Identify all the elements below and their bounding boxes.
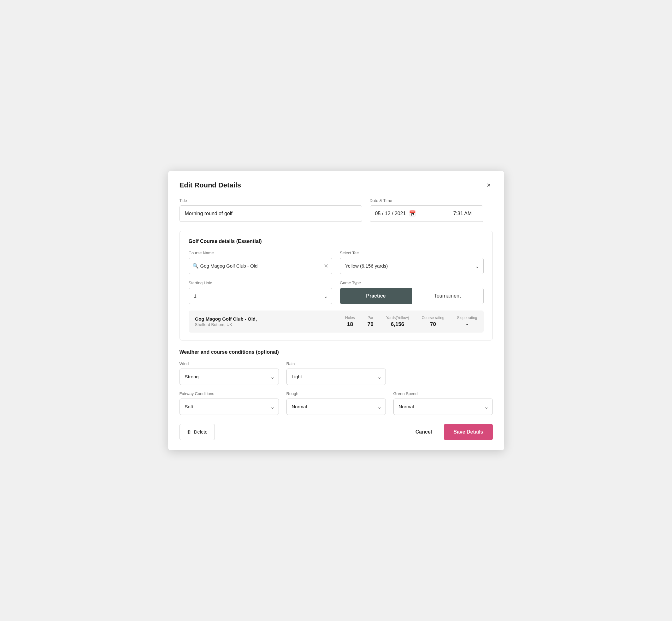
- rough-group: Rough Short Normal Long ⌄: [287, 391, 386, 415]
- course-name-display: Gog Magog Golf Club - Old,: [195, 316, 345, 322]
- wind-dropdown[interactable]: None Light Moderate Strong: [179, 369, 279, 385]
- select-tee-dropdown[interactable]: Yellow (6,156 yards) White (6,400 yards)…: [340, 258, 484, 274]
- starting-hole-wrap: 1 10 ⌄: [189, 288, 333, 304]
- course-name-tee-row: Course Name 🔍 ✕ Select Tee Yellow (6,156…: [189, 251, 484, 274]
- course-location: Shelford Bottom, UK: [195, 322, 345, 327]
- footer-right: Cancel Save Details: [410, 424, 493, 440]
- select-tee-group: Select Tee Yellow (6,156 yards) White (6…: [340, 251, 484, 274]
- fairway-dropdown[interactable]: Dry Normal Soft Wet: [179, 399, 279, 415]
- practice-toggle-button[interactable]: Practice: [340, 288, 412, 304]
- starting-hole-dropdown[interactable]: 1 10: [189, 288, 333, 304]
- modal-title: Edit Round Details: [179, 181, 241, 189]
- rough-label: Rough: [287, 391, 386, 396]
- modal-header: Edit Round Details ×: [179, 181, 493, 189]
- course-stats: Holes 18 Par 70 Yards(Yellow) 6,156 Cour…: [345, 316, 477, 328]
- select-tee-label: Select Tee: [340, 251, 484, 255]
- course-info-bar: Gog Magog Golf Club - Old, Shelford Bott…: [189, 310, 484, 333]
- holes-stat: Holes 18: [345, 316, 355, 328]
- fairway-group: Fairway Conditions Dry Normal Soft Wet ⌄: [179, 391, 279, 415]
- yards-label: Yards(Yellow): [386, 316, 409, 320]
- slope-rating-label: Slope rating: [457, 316, 477, 320]
- fairway-rough-green-row: Fairway Conditions Dry Normal Soft Wet ⌄…: [179, 391, 493, 415]
- search-icon: 🔍: [193, 263, 199, 269]
- starting-hole-label: Starting Hole: [189, 281, 333, 285]
- green-speed-wrap: Slow Normal Fast ⌄: [393, 399, 493, 415]
- rain-dropdown[interactable]: None Light Moderate Heavy: [287, 369, 386, 385]
- starting-hole-group: Starting Hole 1 10 ⌄: [189, 281, 333, 304]
- wind-rain-row: Wind None Light Moderate Strong ⌄ Rain N…: [179, 361, 493, 385]
- course-search-wrap: 🔍 ✕: [189, 258, 333, 274]
- edit-round-modal: Edit Round Details × Title Date & Time 0…: [168, 171, 504, 450]
- course-info-name: Gog Magog Golf Club - Old, Shelford Bott…: [195, 316, 345, 327]
- delete-button[interactable]: 🗑 Delete: [179, 424, 215, 440]
- title-field-group: Title: [179, 198, 362, 222]
- delete-label: Delete: [194, 429, 208, 434]
- datetime-label: Date & Time: [370, 198, 493, 203]
- par-value: 70: [368, 321, 374, 328]
- close-button[interactable]: ×: [485, 181, 493, 189]
- date-field[interactable]: 05 / 12 / 2021 📅: [370, 205, 442, 222]
- green-speed-group: Green Speed Slow Normal Fast ⌄: [393, 391, 493, 415]
- course-name-label: Course Name: [189, 251, 333, 255]
- rain-label: Rain: [287, 361, 386, 366]
- course-name-group: Course Name 🔍 ✕: [189, 251, 333, 274]
- footer-row: 🗑 Delete Cancel Save Details: [179, 424, 493, 440]
- holes-label: Holes: [345, 316, 355, 320]
- course-rating-stat: Course rating 70: [421, 316, 444, 328]
- fairway-label: Fairway Conditions: [179, 391, 279, 396]
- game-type-group: Game Type Practice Tournament: [340, 281, 484, 304]
- rough-wrap: Short Normal Long ⌄: [287, 399, 386, 415]
- green-speed-dropdown[interactable]: Slow Normal Fast: [393, 399, 493, 415]
- cancel-button[interactable]: Cancel: [410, 425, 437, 439]
- trash-icon: 🗑: [187, 429, 192, 434]
- rain-group: Rain None Light Moderate Heavy ⌄: [287, 361, 386, 385]
- select-tee-wrap: Yellow (6,156 yards) White (6,400 yards)…: [340, 258, 484, 274]
- game-type-toggle: Practice Tournament: [340, 288, 484, 304]
- par-stat: Par 70: [368, 316, 374, 328]
- clear-icon[interactable]: ✕: [324, 262, 328, 270]
- course-rating-label: Course rating: [421, 316, 444, 320]
- wind-label: Wind: [179, 361, 279, 366]
- fairway-wrap: Dry Normal Soft Wet ⌄: [179, 399, 279, 415]
- yards-value: 6,156: [391, 321, 405, 328]
- date-value: 05 / 12 / 2021: [375, 211, 406, 216]
- rough-dropdown[interactable]: Short Normal Long: [287, 399, 386, 415]
- conditions-title: Weather and course conditions (optional): [179, 349, 493, 355]
- course-section-title: Golf Course details (Essential): [189, 239, 484, 244]
- course-rating-value: 70: [430, 321, 436, 328]
- calendar-icon: 📅: [409, 210, 416, 217]
- green-speed-label: Green Speed: [393, 391, 493, 396]
- time-value: 7:31 AM: [453, 211, 472, 216]
- title-label: Title: [179, 198, 362, 203]
- conditions-section: Weather and course conditions (optional)…: [179, 349, 493, 415]
- yards-stat: Yards(Yellow) 6,156: [386, 316, 409, 328]
- tournament-toggle-button[interactable]: Tournament: [412, 288, 483, 304]
- time-field[interactable]: 7:31 AM: [442, 205, 483, 222]
- holes-value: 18: [347, 321, 353, 328]
- hole-gametype-row: Starting Hole 1 10 ⌄ Game Type Practice …: [189, 281, 484, 304]
- slope-rating-stat: Slope rating -: [457, 316, 477, 328]
- wind-group: Wind None Light Moderate Strong ⌄: [179, 361, 279, 385]
- game-type-label: Game Type: [340, 281, 484, 285]
- datetime-field-group: Date & Time 05 / 12 / 2021 📅 7:31 AM: [370, 198, 493, 222]
- top-row: Title Date & Time 05 / 12 / 2021 📅 7:31 …: [179, 198, 493, 222]
- rain-wrap: None Light Moderate Heavy ⌄: [287, 369, 386, 385]
- par-label: Par: [368, 316, 374, 320]
- save-button[interactable]: Save Details: [444, 424, 493, 440]
- slope-rating-value: -: [466, 321, 468, 328]
- course-name-input[interactable]: [189, 258, 333, 274]
- title-input[interactable]: [179, 205, 362, 222]
- datetime-row: 05 / 12 / 2021 📅 7:31 AM: [370, 205, 493, 222]
- wind-wrap: None Light Moderate Strong ⌄: [179, 369, 279, 385]
- course-section: Golf Course details (Essential) Course N…: [179, 231, 493, 340]
